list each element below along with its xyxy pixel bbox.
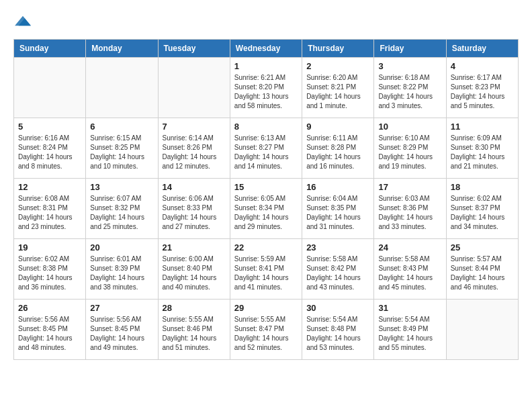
day-number: 17 xyxy=(378,182,441,192)
day-cell: 31Sunrise: 5:54 AM Sunset: 8:49 PM Dayli… xyxy=(374,300,446,360)
day-number: 12 xyxy=(18,182,81,192)
day-info: Sunrise: 6:02 AM Sunset: 8:38 PM Dayligh… xyxy=(18,255,81,292)
day-info: Sunrise: 6:08 AM Sunset: 8:31 PM Dayligh… xyxy=(18,194,81,232)
day-number: 27 xyxy=(90,303,153,313)
day-number: 29 xyxy=(234,303,298,313)
day-info: Sunrise: 6:15 AM Sunset: 8:25 PM Dayligh… xyxy=(90,134,153,171)
day-number: 16 xyxy=(306,182,369,192)
day-cell xyxy=(86,58,158,118)
column-header-monday: Monday xyxy=(86,40,158,58)
day-number: 9 xyxy=(306,122,369,132)
day-cell: 6Sunrise: 6:15 AM Sunset: 8:25 PM Daylig… xyxy=(86,118,158,179)
day-number: 20 xyxy=(90,242,153,253)
column-header-wednesday: Wednesday xyxy=(230,40,302,58)
day-cell: 9Sunrise: 6:11 AM Sunset: 8:28 PM Daylig… xyxy=(302,118,374,179)
day-number: 1 xyxy=(234,61,298,71)
day-cell: 23Sunrise: 5:58 AM Sunset: 8:42 PM Dayli… xyxy=(302,239,374,300)
day-info: Sunrise: 6:10 AM Sunset: 8:29 PM Dayligh… xyxy=(378,134,441,171)
day-cell: 11Sunrise: 6:09 AM Sunset: 8:30 PM Dayli… xyxy=(446,118,518,179)
day-info: Sunrise: 6:09 AM Sunset: 8:30 PM Dayligh… xyxy=(451,134,514,171)
day-cell: 24Sunrise: 5:58 AM Sunset: 8:43 PM Dayli… xyxy=(374,239,446,300)
day-number: 13 xyxy=(90,182,153,192)
day-number: 10 xyxy=(378,122,441,132)
day-number: 31 xyxy=(378,303,441,313)
day-cell: 22Sunrise: 5:59 AM Sunset: 8:41 PM Dayli… xyxy=(230,239,302,300)
day-number: 15 xyxy=(234,182,298,192)
day-cell: 29Sunrise: 5:55 AM Sunset: 8:47 PM Dayli… xyxy=(230,300,302,360)
day-number: 23 xyxy=(306,242,369,253)
day-info: Sunrise: 5:59 AM Sunset: 8:41 PM Dayligh… xyxy=(234,255,298,292)
day-info: Sunrise: 6:05 AM Sunset: 8:34 PM Dayligh… xyxy=(234,194,298,232)
week-row-5: 26Sunrise: 5:56 AM Sunset: 8:45 PM Dayli… xyxy=(14,300,519,360)
day-number: 26 xyxy=(18,303,81,313)
day-info: Sunrise: 5:55 AM Sunset: 8:46 PM Dayligh… xyxy=(163,315,226,353)
column-header-saturday: Saturday xyxy=(446,40,518,58)
column-header-thursday: Thursday xyxy=(302,40,374,58)
day-info: Sunrise: 6:04 AM Sunset: 8:35 PM Dayligh… xyxy=(306,194,369,232)
column-header-sunday: Sunday xyxy=(14,40,86,58)
day-number: 11 xyxy=(451,122,514,132)
day-cell: 12Sunrise: 6:08 AM Sunset: 8:31 PM Dayli… xyxy=(14,179,86,239)
day-info: Sunrise: 6:17 AM Sunset: 8:23 PM Dayligh… xyxy=(451,73,514,111)
day-info: Sunrise: 5:58 AM Sunset: 8:42 PM Dayligh… xyxy=(306,255,369,292)
day-cell: 21Sunrise: 6:00 AM Sunset: 8:40 PM Dayli… xyxy=(158,239,230,300)
day-cell: 14Sunrise: 6:06 AM Sunset: 8:33 PM Dayli… xyxy=(158,179,230,239)
day-info: Sunrise: 6:13 AM Sunset: 8:27 PM Dayligh… xyxy=(234,134,298,171)
day-info: Sunrise: 6:07 AM Sunset: 8:32 PM Dayligh… xyxy=(90,194,153,232)
day-info: Sunrise: 5:54 AM Sunset: 8:48 PM Dayligh… xyxy=(306,315,369,353)
day-cell: 3Sunrise: 6:18 AM Sunset: 8:22 PM Daylig… xyxy=(374,58,446,118)
day-cell: 19Sunrise: 6:02 AM Sunset: 8:38 PM Dayli… xyxy=(14,239,86,300)
page-header xyxy=(13,13,519,28)
week-row-4: 19Sunrise: 6:02 AM Sunset: 8:38 PM Dayli… xyxy=(14,239,519,300)
day-info: Sunrise: 6:02 AM Sunset: 8:37 PM Dayligh… xyxy=(451,194,514,232)
day-info: Sunrise: 5:57 AM Sunset: 8:44 PM Dayligh… xyxy=(451,255,514,292)
day-info: Sunrise: 6:03 AM Sunset: 8:36 PM Dayligh… xyxy=(378,194,441,232)
day-cell: 20Sunrise: 6:01 AM Sunset: 8:39 PM Dayli… xyxy=(86,239,158,300)
day-cell: 28Sunrise: 5:55 AM Sunset: 8:46 PM Dayli… xyxy=(158,300,230,360)
day-info: Sunrise: 6:14 AM Sunset: 8:26 PM Dayligh… xyxy=(163,134,226,171)
day-info: Sunrise: 6:16 AM Sunset: 8:24 PM Dayligh… xyxy=(18,134,81,171)
day-number: 21 xyxy=(163,242,226,253)
day-number: 30 xyxy=(306,303,369,313)
day-info: Sunrise: 5:56 AM Sunset: 8:45 PM Dayligh… xyxy=(18,315,81,353)
day-info: Sunrise: 6:01 AM Sunset: 8:39 PM Dayligh… xyxy=(90,255,153,292)
day-number: 4 xyxy=(451,61,514,71)
day-info: Sunrise: 6:20 AM Sunset: 8:21 PM Dayligh… xyxy=(306,73,369,111)
day-info: Sunrise: 6:11 AM Sunset: 8:28 PM Dayligh… xyxy=(306,134,369,171)
calendar-table: SundayMondayTuesdayWednesdayThursdayFrid… xyxy=(13,39,519,360)
day-info: Sunrise: 6:00 AM Sunset: 8:40 PM Dayligh… xyxy=(163,255,226,292)
column-header-tuesday: Tuesday xyxy=(158,40,230,58)
day-cell: 30Sunrise: 5:54 AM Sunset: 8:48 PM Dayli… xyxy=(302,300,374,360)
day-cell: 25Sunrise: 5:57 AM Sunset: 8:44 PM Dayli… xyxy=(446,239,518,300)
day-info: Sunrise: 6:06 AM Sunset: 8:33 PM Dayligh… xyxy=(163,194,226,232)
day-cell xyxy=(446,300,518,360)
column-header-friday: Friday xyxy=(374,40,446,58)
day-info: Sunrise: 6:18 AM Sunset: 8:22 PM Dayligh… xyxy=(378,73,441,111)
day-number: 5 xyxy=(18,122,81,132)
day-cell: 4Sunrise: 6:17 AM Sunset: 8:23 PM Daylig… xyxy=(446,58,518,118)
day-number: 7 xyxy=(163,122,226,132)
day-cell: 7Sunrise: 6:14 AM Sunset: 8:26 PM Daylig… xyxy=(158,118,230,179)
day-number: 3 xyxy=(378,61,441,71)
day-cell xyxy=(158,58,230,118)
logo xyxy=(13,13,35,28)
day-cell: 18Sunrise: 6:02 AM Sunset: 8:37 PM Dayli… xyxy=(446,179,518,239)
day-info: Sunrise: 5:56 AM Sunset: 8:45 PM Dayligh… xyxy=(90,315,153,353)
day-cell: 8Sunrise: 6:13 AM Sunset: 8:27 PM Daylig… xyxy=(230,118,302,179)
day-number: 22 xyxy=(234,242,298,253)
day-cell xyxy=(14,58,86,118)
day-cell: 2Sunrise: 6:20 AM Sunset: 8:21 PM Daylig… xyxy=(302,58,374,118)
day-number: 6 xyxy=(90,122,153,132)
day-info: Sunrise: 5:54 AM Sunset: 8:49 PM Dayligh… xyxy=(378,315,441,353)
day-number: 25 xyxy=(451,242,514,253)
day-cell: 10Sunrise: 6:10 AM Sunset: 8:29 PM Dayli… xyxy=(374,118,446,179)
day-number: 28 xyxy=(163,303,226,313)
day-cell: 27Sunrise: 5:56 AM Sunset: 8:45 PM Dayli… xyxy=(86,300,158,360)
week-row-3: 12Sunrise: 6:08 AM Sunset: 8:31 PM Dayli… xyxy=(14,179,519,239)
day-cell: 13Sunrise: 6:07 AM Sunset: 8:32 PM Dayli… xyxy=(86,179,158,239)
day-cell: 26Sunrise: 5:56 AM Sunset: 8:45 PM Dayli… xyxy=(14,300,86,360)
day-info: Sunrise: 6:21 AM Sunset: 8:20 PM Dayligh… xyxy=(234,73,298,111)
day-cell: 15Sunrise: 6:05 AM Sunset: 8:34 PM Dayli… xyxy=(230,179,302,239)
day-info: Sunrise: 5:58 AM Sunset: 8:43 PM Dayligh… xyxy=(378,255,441,292)
day-number: 2 xyxy=(306,61,369,71)
